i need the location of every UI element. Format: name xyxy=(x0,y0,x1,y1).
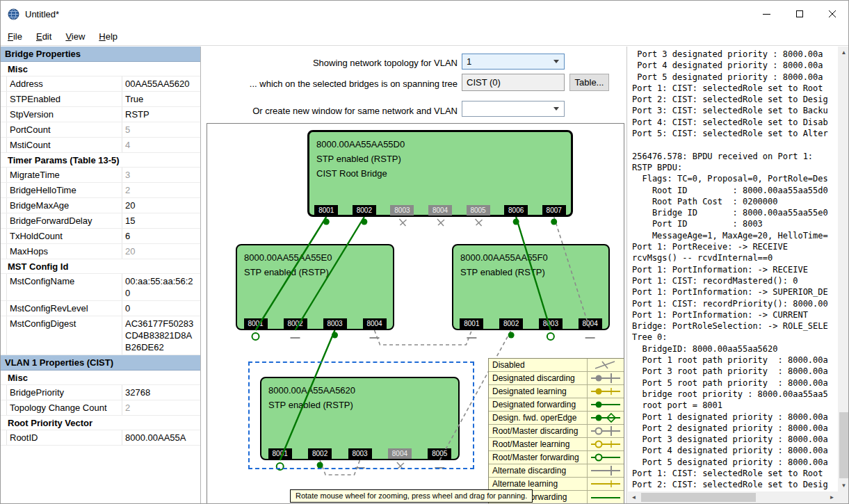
property-category: Timer Params (Table 13-5) xyxy=(1,153,200,168)
property-row: MstConfigName00:aa:55:aa:56:20 xyxy=(1,274,200,301)
port-8007[interactable]: 8007 xyxy=(542,205,566,216)
port-8001[interactable]: 8001 xyxy=(244,318,268,329)
property-name: TxHoldCount xyxy=(7,229,122,243)
horizontal-scrollbar[interactable]: ◄ ► xyxy=(628,491,838,503)
close-button[interactable] xyxy=(816,1,848,27)
scroll-left-button[interactable]: ◄ xyxy=(628,491,640,503)
link-discarding xyxy=(375,330,472,345)
vertical-scrollbar[interactable]: ▲ ▼ xyxy=(838,47,849,491)
scroll-down-button[interactable]: ▼ xyxy=(838,480,849,491)
vlan-label: Showing network topology for VLAN xyxy=(313,58,458,68)
property-value[interactable]: 32768 xyxy=(122,385,200,400)
table-button[interactable]: Table... xyxy=(569,74,609,91)
bridge-label: STP enabled (RSTP) xyxy=(309,152,571,166)
property-value: 3 xyxy=(122,168,200,182)
legend-row: Root/Master learning xyxy=(489,438,624,451)
maximize-button[interactable] xyxy=(783,1,816,27)
property-name: StpVersion xyxy=(7,107,122,122)
property-row: MaxHops20 xyxy=(1,244,200,259)
maximize-icon xyxy=(796,10,803,17)
scroll-up-icon: ▲ xyxy=(841,49,847,56)
property-value[interactable]: 0 xyxy=(122,301,200,316)
scroll-up-button[interactable]: ▲ xyxy=(838,47,849,58)
port-8003[interactable]: 8003 xyxy=(539,318,563,329)
property-name: BridgeForwardDelay xyxy=(7,213,122,228)
bridge-label: 8000.00AA55AA55E0 xyxy=(237,245,393,265)
legend-row-label: Designated learning xyxy=(489,385,588,398)
property-row-gutter xyxy=(1,316,7,355)
property-name: STPEnabled xyxy=(7,92,122,106)
property-row-gutter xyxy=(1,244,7,259)
property-value: 4 xyxy=(122,138,200,152)
property-row: BridgeForwardDelay15 xyxy=(1,213,200,229)
topology-canvas[interactable]: DisabledDesignated discardingDesignated … xyxy=(207,123,624,504)
legend-row: Root/Master discarding xyxy=(489,425,624,438)
property-grid: Bridge PropertiesMiscAddress00AA55AA5620… xyxy=(1,47,201,503)
legend-row-label: Root/Master forwarding xyxy=(489,451,588,464)
property-value[interactable]: 8000.00AA55A xyxy=(122,430,200,445)
port-8004[interactable]: 8004 xyxy=(579,318,602,329)
property-value: 2 xyxy=(122,183,200,197)
port-8002[interactable]: 8002 xyxy=(353,205,376,216)
port-8005[interactable]: 8005 xyxy=(467,205,490,216)
port-8006[interactable]: 8006 xyxy=(504,205,528,216)
desig-discarding-icon xyxy=(588,372,624,384)
property-value[interactable]: AC36177F50283CD4B83821D8AB26DE62 xyxy=(122,316,200,355)
property-value[interactable]: RSTP xyxy=(122,107,200,122)
new-window-combobox[interactable] xyxy=(462,101,565,117)
port-8004[interactable]: 8004 xyxy=(363,318,387,329)
bridge-8000.00AA55AA55E0[interactable]: 8000.00AA55AA55E0STP enabled (RSTP) xyxy=(236,244,394,330)
port-state-icon xyxy=(252,333,259,340)
property-row: BridgePriority32768 xyxy=(1,385,200,400)
title-bar[interactable]: Untitled* xyxy=(1,1,848,27)
port-8003[interactable]: 8003 xyxy=(323,318,347,329)
bridge-label: 8000.00AA55AA55D0 xyxy=(309,132,571,152)
property-name: Address xyxy=(7,76,122,91)
bridge-label: CIST Root Bridge xyxy=(309,166,571,181)
horizontal-scroll-thumb[interactable] xyxy=(641,493,756,502)
menu-item-view[interactable]: View xyxy=(65,31,85,42)
port-8002[interactable]: 8002 xyxy=(499,318,523,329)
property-row-gutter xyxy=(1,400,7,415)
property-value[interactable]: 00AA55AA5620 xyxy=(122,76,200,91)
port-8001[interactable]: 8001 xyxy=(314,205,338,216)
legend-row: Designated discarding xyxy=(489,372,624,385)
property-row-gutter xyxy=(1,274,7,300)
property-row-gutter xyxy=(1,430,7,445)
port-8002[interactable]: 8002 xyxy=(284,318,307,329)
port-state-icon xyxy=(399,219,406,226)
minimize-icon xyxy=(763,14,770,15)
property-category: Misc xyxy=(1,62,200,76)
legend-row: Designated forwarding xyxy=(489,398,624,412)
property-row-gutter xyxy=(1,213,7,228)
log-output[interactable]: Port 3 designated priority : 8000.00a Po… xyxy=(628,47,838,491)
selection-rect xyxy=(248,361,474,469)
property-value[interactable]: 6 xyxy=(122,229,200,243)
legend-row: Disabled xyxy=(489,359,624,372)
menu-item-edit[interactable]: Edit xyxy=(36,31,51,42)
bridge-8000.00AA55AA55F0[interactable]: 8000.00AA55AA55F0STP enabled (RSTP) xyxy=(452,244,610,330)
property-group-header: VLAN 1 Properties (CIST) xyxy=(1,355,200,371)
property-value[interactable]: 15 xyxy=(122,213,200,228)
property-row: Address00AA55AA5620 xyxy=(1,76,200,92)
port-8004[interactable]: 8004 xyxy=(428,205,452,216)
scroll-right-button[interactable]: ► xyxy=(826,491,838,503)
bridge-8000.00AA55AA55D0[interactable]: 8000.00AA55AA55D0STP enabled (RSTP)CIST … xyxy=(307,130,573,217)
property-value[interactable]: 20 xyxy=(122,198,200,213)
port-state-icon xyxy=(508,332,515,339)
vertical-scroll-thumb[interactable] xyxy=(839,412,848,478)
menu-item-help[interactable]: Help xyxy=(99,31,118,42)
minimize-button[interactable] xyxy=(750,1,783,27)
menu-item-file[interactable]: File xyxy=(8,31,22,42)
property-value[interactable]: 00:aa:55:aa:56:20 xyxy=(122,274,200,300)
property-name: MstConfigRevLevel xyxy=(7,301,122,316)
port-8001[interactable]: 8001 xyxy=(460,318,483,329)
vlan-combobox[interactable]: 1 xyxy=(462,54,565,70)
spanning-tree-input[interactable] xyxy=(462,74,565,91)
legend: DisabledDesignated discardingDesignated … xyxy=(488,358,624,504)
property-name: MaxHops xyxy=(7,244,122,259)
property-row-gutter xyxy=(1,198,7,213)
property-value[interactable]: True xyxy=(122,92,200,106)
property-row: StpVersionRSTP xyxy=(1,107,200,122)
port-8003[interactable]: 8003 xyxy=(390,205,414,216)
